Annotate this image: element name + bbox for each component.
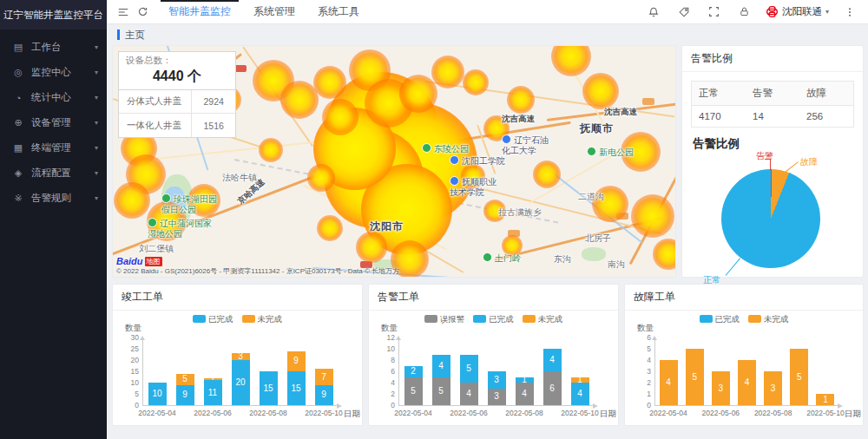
val-fault: 256 [799, 106, 853, 127]
bar-segment: 7 [315, 369, 333, 384]
map-label: 沈吉高速 [502, 114, 535, 123]
heatmap-point [582, 73, 619, 109]
chart-legend: 误报警已完成未完成 [369, 314, 618, 325]
chart-plot-area: 102022-05-04951112022-05-06203152022-05-… [142, 338, 338, 406]
bar-segment: 3 [488, 389, 506, 406]
table-row: 分体式人井盖 2924 [119, 90, 235, 114]
bar-segment: 3 [232, 353, 250, 360]
tab-system-tools[interactable]: 系统工具 [306, 0, 371, 23]
bar-column: 32022-05-08 [764, 371, 782, 405]
device-stats-overlay: 设备总数： 4440 个 分体式人井盖 2924 一体化人井盖 1516 [118, 51, 236, 138]
breadcrumb[interactable]: 主页 [107, 24, 868, 45]
map-label: 沈吉高速 [604, 107, 637, 116]
legend-item[interactable]: 未完成 [242, 314, 283, 325]
chart-legend: 已完成未完成 [625, 314, 863, 325]
legend-item[interactable]: 已完成 [700, 314, 740, 325]
bar-column: 972022-05-10 [315, 369, 333, 405]
heatmap-point [631, 194, 674, 238]
heatmap-point [322, 99, 358, 135]
x-axis-tick: 2022-05-04 [138, 409, 175, 417]
bar-segment: 11 [204, 380, 222, 405]
user-menu[interactable]: 沈阳联通 ▾ [766, 5, 829, 18]
sidebar: 辽宁智能井盖监控平台 ▤ 工作台 ▾ ◎ 监控中心 ▾ ◔ 统计中心 ▾ ⊕ 设… [0, 0, 107, 439]
pie-label-alert: 告警 [756, 150, 773, 162]
heatmap-point [307, 164, 335, 192]
y-axis-tick: 6 [628, 333, 651, 342]
sidebar-item-monitor-center[interactable]: ◎ 监控中心 ▾ [0, 60, 107, 85]
x-axis-tick: 2022-05-06 [702, 409, 740, 417]
refresh-icon[interactable] [133, 0, 152, 23]
bar-column: 95 [176, 374, 194, 405]
bar-column: 64 [543, 349, 562, 405]
bar-column: 33 [488, 371, 506, 405]
heatmap-point [313, 66, 346, 99]
lock-icon[interactable] [735, 6, 754, 17]
bar-column: 42022-05-04 [660, 360, 678, 405]
bar-segment: 4 [571, 383, 589, 405]
legend-item[interactable]: 未完成 [748, 314, 789, 325]
sidebar-item-workbench[interactable]: ▤ 工作台 ▾ [0, 35, 107, 60]
baidu-logo: Baidu 地图 [116, 256, 399, 266]
collapse-menu-icon[interactable] [114, 0, 133, 23]
map-label: 沈阳市 [370, 220, 404, 233]
heatmap-point [463, 69, 489, 95]
sidebar-item-terminal-management[interactable]: ▦ 终端管理 ▾ [0, 135, 107, 161]
tab-system-management[interactable]: 系统管理 [242, 0, 306, 23]
y-axis-tick: 30 [116, 333, 139, 342]
heatmap-point [551, 45, 591, 76]
road-badge [642, 98, 654, 105]
bar-segment: 15 [260, 371, 278, 405]
map-label: 新电公园 [587, 147, 634, 158]
y-axis-tick: 2 [628, 378, 651, 387]
park-area [582, 247, 606, 261]
legend-item[interactable]: 已完成 [473, 314, 514, 325]
x-axis-name: 日期 [600, 409, 616, 420]
heatmap-point [653, 239, 676, 270]
map-label: 东沟 [554, 254, 571, 265]
val-alert: 14 [746, 106, 799, 127]
bar-segment: 5 [460, 355, 478, 383]
legend-item[interactable]: 误报警 [424, 314, 465, 325]
tag-icon[interactable] [674, 6, 694, 18]
map-label: 辽宁石油 化工大学 [502, 134, 549, 156]
bar-chart-alert-orders: 误报警已完成未完成数量日期522022-05-0454452022-05-063… [369, 311, 618, 425]
chart-title: 故障工单 [625, 285, 863, 311]
pie-label-normal: 正常 [703, 274, 720, 286]
bar-column: 159 [287, 351, 306, 405]
legend-item[interactable]: 未完成 [523, 314, 563, 325]
table-header-row: 正常 告警 故障 [692, 82, 853, 106]
fullscreen-icon[interactable] [705, 6, 724, 17]
alert-status-table: 正常 告警 故障 4170 14 256 [691, 81, 854, 128]
sidebar-item-statistics-center[interactable]: ◔ 统计中心 ▾ [0, 85, 107, 110]
topbar: 智能井盖监控 系统管理 系统工具 [107, 0, 868, 24]
sidebar-item-process-config[interactable]: ◈ 流程配置 ▾ [0, 161, 107, 186]
tab-smart-manhole-monitor[interactable]: 智能井盖监控 [157, 0, 242, 23]
device-total-label: 设备总数： [126, 55, 228, 67]
bar-segment: 1 [816, 394, 834, 405]
statistics-center-icon: ◔ [11, 93, 25, 103]
bar-segment: 6 [543, 371, 562, 405]
legend-item[interactable]: 已完成 [193, 314, 233, 325]
y-axis-tick: 20 [116, 356, 139, 364]
road-badge [234, 65, 247, 72]
heatmap-point [114, 182, 150, 219]
bar-column: 54 [432, 355, 450, 406]
bell-icon[interactable] [644, 6, 663, 18]
x-axis-tick: 2022-05-04 [649, 409, 687, 417]
bar-segment: 4 [516, 383, 534, 405]
y-axis-tick: 8 [372, 356, 395, 364]
chart-plot-area: 42022-05-04532022-05-06432022-05-0851202… [654, 338, 838, 406]
bar-column: 412022-05-08 [516, 377, 534, 406]
bar-segment: 3 [488, 371, 506, 389]
pie-label-fault: 故障 [800, 156, 818, 168]
x-axis-tick: 2022-05-04 [394, 409, 431, 417]
chart-plot-area: 522022-05-0454452022-05-0633412022-05-08… [398, 338, 594, 406]
sidebar-item-alert-rules[interactable]: ※ 告警规则 ▾ [0, 186, 107, 211]
alert-orders-card: 告警工单 误报警已完成未完成数量日期522022-05-0454452022-0… [368, 284, 619, 426]
more-icon[interactable] [840, 6, 859, 18]
bar-column: 4 [738, 360, 756, 405]
completed-orders-card: 竣工工单 已完成未完成数量日期102022-05-04951112022-05-… [112, 284, 363, 426]
alert-ratio-card: 告警比例 正常 告警 故障 4170 14 256 告警比例 [681, 45, 864, 278]
sidebar-item-device-management[interactable]: ⊕ 设备管理 ▾ [0, 110, 107, 135]
pie-chart: 告警 故障 正常 [682, 152, 863, 277]
